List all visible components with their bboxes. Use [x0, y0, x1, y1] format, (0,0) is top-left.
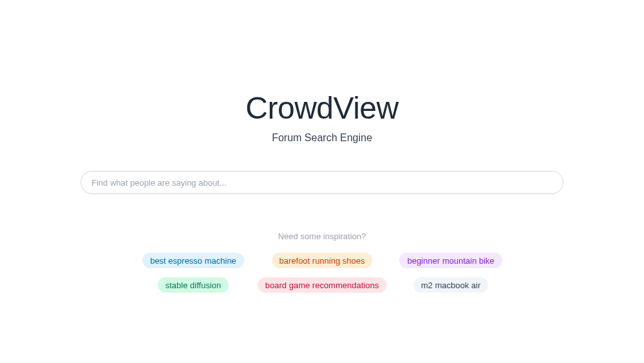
suggestion-pill[interactable]: board game recommendations — [258, 277, 386, 293]
suggestion-pill[interactable]: best espresso machine — [142, 253, 244, 268]
suggestion-pill[interactable]: barefoot running shoes — [272, 253, 373, 268]
suggestion-pill-grid: best espresso machine barefoot running s… — [129, 253, 515, 293]
page-subtitle: Forum Search Engine — [272, 132, 372, 144]
inspiration-label: Need some inspiration? — [278, 231, 366, 241]
suggestion-pill[interactable]: m2 macbook air — [413, 277, 488, 293]
suggestion-pill[interactable]: beginner mountain bike — [399, 253, 502, 268]
search-input[interactable] — [80, 171, 564, 194]
page-title: CrowdView — [245, 90, 398, 126]
search-wrap — [80, 171, 564, 194]
suggestion-pill[interactable]: stable diffusion — [158, 277, 229, 293]
